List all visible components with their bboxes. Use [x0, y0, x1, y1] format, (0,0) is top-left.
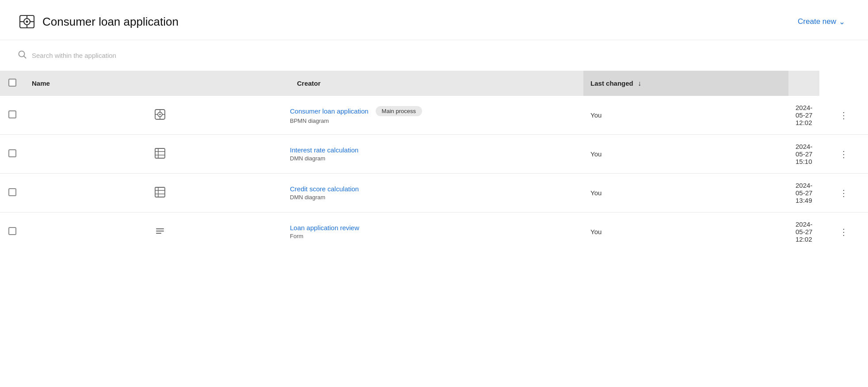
search-input[interactable]: [32, 52, 850, 59]
more-options-icon[interactable]: ⋮: [839, 149, 848, 159]
row-name-cell: Loan application review Form: [290, 212, 583, 251]
row-actions-cell[interactable]: ⋮: [819, 212, 868, 251]
svg-point-2: [26, 21, 28, 23]
row-checkbox-cell: [0, 212, 25, 251]
search-bar: [0, 40, 868, 71]
tag-badge: Main process: [376, 106, 422, 116]
page-container: Consumer loan application Create new ⌄ N: [0, 0, 868, 387]
row-last-changed-cell: 2024-05-27 12:02: [788, 96, 819, 135]
row-checkbox[interactable]: [8, 149, 16, 157]
row-checkbox-cell: [0, 174, 25, 212]
row-last-changed-cell: 2024-05-27 13:49: [788, 174, 819, 212]
dmn-icon: [154, 192, 166, 199]
row-actions-cell[interactable]: ⋮: [819, 174, 868, 212]
header-checkbox-cell: [0, 71, 25, 96]
app-icon: [18, 12, 36, 31]
row-name-cell: Interest rate calculation DMN diagram: [290, 135, 583, 174]
form-icon: [154, 231, 166, 238]
col-header-creator: Creator: [290, 71, 583, 96]
name-row: Loan application review: [290, 224, 576, 231]
items-table-wrapper: Name Creator Last changed ↓: [0, 71, 868, 251]
row-last-changed-cell: 2024-05-27 15:10: [788, 135, 819, 174]
page-header: Consumer loan application Create new ⌄: [0, 0, 868, 40]
sort-arrow-icon: ↓: [638, 80, 641, 87]
row-checkbox[interactable]: [8, 227, 16, 235]
create-new-label: Create new: [798, 17, 836, 26]
table-row: Interest rate calculation DMN diagram Yo…: [0, 135, 868, 174]
more-options-icon[interactable]: ⋮: [839, 110, 848, 120]
row-creator-cell: You: [583, 96, 788, 135]
search-icon: [18, 50, 27, 61]
svg-rect-20: [155, 187, 165, 197]
svg-point-11: [159, 114, 161, 115]
table-row: Consumer loan application Main process B…: [0, 96, 868, 135]
row-checkbox[interactable]: [8, 110, 16, 118]
bpmn-icon: [154, 114, 166, 121]
table-header-row: Name Creator Last changed ↓: [0, 71, 868, 96]
more-options-icon[interactable]: ⋮: [839, 227, 848, 237]
name-row: Consumer loan application Main process: [290, 106, 576, 116]
select-all-checkbox[interactable]: [8, 79, 16, 87]
item-type-label: BPMN diagram: [290, 118, 576, 124]
row-name-cell: Consumer loan application Main process B…: [290, 96, 583, 135]
col-header-last-changed[interactable]: Last changed ↓: [583, 71, 788, 96]
item-name-link[interactable]: Consumer loan application: [290, 107, 369, 115]
more-options-icon[interactable]: ⋮: [839, 188, 848, 198]
svg-line-8: [24, 56, 26, 58]
row-icon-cell: [25, 212, 290, 251]
item-type-label: DMN diagram: [290, 155, 576, 162]
item-type-label: DMN diagram: [290, 194, 576, 201]
create-new-button[interactable]: Create new ⌄: [792, 14, 850, 30]
col-header-name: Name: [25, 71, 290, 96]
items-table: Name Creator Last changed ↓: [0, 71, 868, 251]
row-checkbox[interactable]: [8, 188, 16, 196]
row-creator-cell: You: [583, 135, 788, 174]
table-row: Credit score calculation DMN diagram You…: [0, 174, 868, 212]
item-type-label: Form: [290, 233, 576, 239]
row-name-cell: Credit score calculation DMN diagram: [290, 174, 583, 212]
row-creator-cell: You: [583, 174, 788, 212]
row-checkbox-cell: [0, 135, 25, 174]
dmn-icon: [154, 153, 166, 160]
row-icon-cell: [25, 135, 290, 174]
row-icon-cell: [25, 174, 290, 212]
table-row: Loan application review Form You 2024-05…: [0, 212, 868, 251]
name-row: Interest rate calculation: [290, 146, 576, 154]
chevron-down-icon: ⌄: [839, 17, 845, 27]
item-name-link[interactable]: Loan application review: [290, 224, 359, 231]
col-header-actions: [788, 71, 819, 96]
row-icon-cell: [25, 96, 290, 135]
page-title: Consumer loan application: [42, 15, 179, 29]
row-creator-cell: You: [583, 212, 788, 251]
name-row: Credit score calculation: [290, 185, 576, 193]
item-name-link[interactable]: Credit score calculation: [290, 185, 359, 193]
row-actions-cell[interactable]: ⋮: [819, 96, 868, 135]
row-actions-cell[interactable]: ⋮: [819, 135, 868, 174]
table-body: Consumer loan application Main process B…: [0, 96, 868, 251]
row-checkbox-cell: [0, 96, 25, 135]
row-last-changed-cell: 2024-05-27 12:02: [788, 212, 819, 251]
svg-rect-16: [155, 148, 165, 158]
item-name-link[interactable]: Interest rate calculation: [290, 146, 358, 154]
header-left: Consumer loan application: [18, 12, 179, 31]
